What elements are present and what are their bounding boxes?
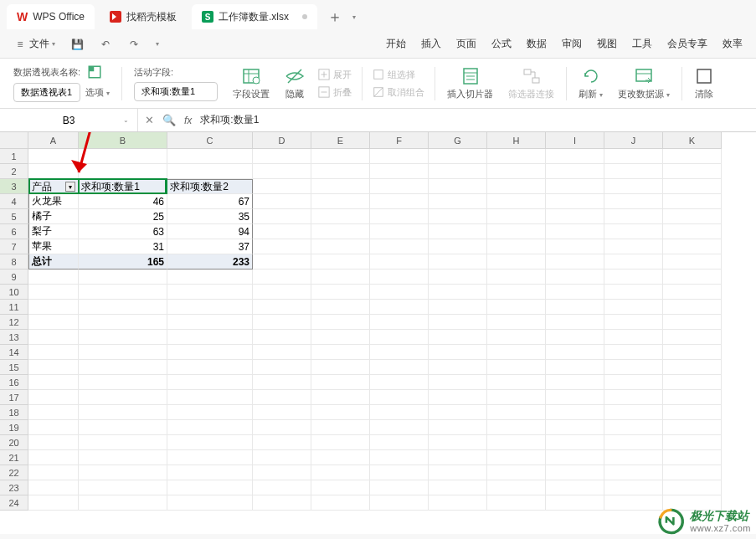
cell[interactable]: [487, 239, 546, 254]
cell[interactable]: [311, 194, 370, 209]
cell[interactable]: [370, 345, 429, 360]
cancel-icon[interactable]: ✕: [145, 114, 154, 126]
cell[interactable]: [167, 315, 253, 330]
cell[interactable]: [79, 420, 167, 435]
cell[interactable]: [253, 254, 311, 270]
cell[interactable]: [546, 375, 604, 390]
search-icon[interactable]: 🔍: [162, 114, 176, 126]
cell[interactable]: [546, 285, 604, 300]
cell[interactable]: [546, 224, 604, 239]
cell[interactable]: [28, 480, 79, 495]
cell[interactable]: [429, 330, 487, 345]
cell[interactable]: [429, 209, 487, 224]
cell[interactable]: [370, 435, 429, 450]
cell[interactable]: [370, 330, 429, 345]
row-header[interactable]: 13: [0, 330, 28, 345]
cell[interactable]: [311, 179, 370, 194]
cell[interactable]: [429, 390, 487, 405]
cell[interactable]: [487, 164, 546, 179]
cell[interactable]: [311, 164, 370, 179]
cell[interactable]: [604, 330, 663, 345]
row-header[interactable]: 18: [0, 405, 28, 420]
cell[interactable]: [663, 270, 722, 285]
row-header[interactable]: 8: [0, 254, 28, 270]
cell[interactable]: [167, 480, 253, 495]
cell[interactable]: [79, 149, 167, 164]
cell[interactable]: [370, 420, 429, 435]
cell[interactable]: [370, 270, 429, 285]
cell[interactable]: [546, 194, 604, 209]
cell[interactable]: [79, 270, 167, 285]
row-header[interactable]: 4: [0, 194, 28, 209]
cell[interactable]: [546, 254, 604, 270]
cell[interactable]: [604, 495, 663, 511]
table-row[interactable]: 67: [167, 194, 253, 209]
cell[interactable]: [311, 495, 370, 511]
cell[interactable]: [253, 300, 311, 315]
cell[interactable]: [663, 330, 722, 345]
cell[interactable]: [79, 360, 167, 375]
cell[interactable]: [604, 465, 663, 480]
row-header[interactable]: 10: [0, 285, 28, 300]
cell[interactable]: [167, 345, 253, 360]
cell[interactable]: [487, 270, 546, 285]
cell[interactable]: [311, 435, 370, 450]
cell[interactable]: [167, 270, 253, 285]
cell[interactable]: [546, 435, 604, 450]
cell[interactable]: [167, 450, 253, 465]
cell[interactable]: [487, 495, 546, 511]
cell[interactable]: [429, 194, 487, 209]
cell[interactable]: [663, 164, 722, 179]
cell[interactable]: [429, 435, 487, 450]
cell[interactable]: [167, 465, 253, 480]
cell[interactable]: [487, 480, 546, 495]
cell[interactable]: [487, 435, 546, 450]
cell[interactable]: [311, 420, 370, 435]
cell[interactable]: [663, 435, 722, 450]
qat-save[interactable]: 💾: [64, 34, 90, 54]
cell[interactable]: [429, 495, 487, 511]
row-header[interactable]: 22: [0, 465, 28, 480]
cell[interactable]: [28, 315, 79, 330]
menu-efficiency[interactable]: 效率: [716, 33, 749, 54]
refresh-button[interactable]: 刷新 ▾: [572, 63, 609, 104]
cell[interactable]: [546, 270, 604, 285]
cell[interactable]: [28, 300, 79, 315]
cell[interactable]: [28, 285, 79, 300]
cell[interactable]: [487, 465, 546, 480]
cell[interactable]: [604, 480, 663, 495]
cell[interactable]: [546, 465, 604, 480]
cell[interactable]: [663, 315, 722, 330]
row-header[interactable]: 3: [0, 179, 28, 194]
active-field-input[interactable]: 求和项:数量1: [134, 82, 218, 101]
cell[interactable]: [370, 239, 429, 254]
cell[interactable]: [663, 254, 722, 270]
cell[interactable]: [167, 390, 253, 405]
table-row[interactable]: 46: [79, 194, 167, 209]
menu-tools[interactable]: 工具: [625, 33, 659, 54]
cell[interactable]: [663, 465, 722, 480]
menu-page[interactable]: 页面: [450, 33, 483, 54]
caret-icon[interactable]: ⌄: [123, 116, 129, 124]
cell[interactable]: [253, 450, 311, 465]
cell[interactable]: [429, 164, 487, 179]
cell[interactable]: [79, 330, 167, 345]
table-row[interactable]: 火龙果: [28, 194, 79, 209]
table-row[interactable]: 苹果: [28, 239, 79, 254]
table-row[interactable]: 25: [79, 209, 167, 224]
cell[interactable]: [487, 420, 546, 435]
cell[interactable]: [311, 254, 370, 270]
filter-dropdown-icon[interactable]: ▾: [65, 182, 75, 192]
pivot-header-product[interactable]: 产品 ▾: [28, 179, 79, 194]
cell[interactable]: [370, 390, 429, 405]
name-box-input[interactable]: [23, 115, 115, 126]
group-select-button[interactable]: 组选择: [373, 68, 415, 82]
cell[interactable]: [546, 164, 604, 179]
cell[interactable]: [311, 390, 370, 405]
options-button[interactable]: 选项 ▾: [85, 86, 110, 99]
table-row[interactable]: 37: [167, 239, 253, 254]
cell[interactable]: [311, 224, 370, 239]
cell[interactable]: [604, 405, 663, 420]
cell[interactable]: [167, 164, 253, 179]
cell[interactable]: [253, 405, 311, 420]
